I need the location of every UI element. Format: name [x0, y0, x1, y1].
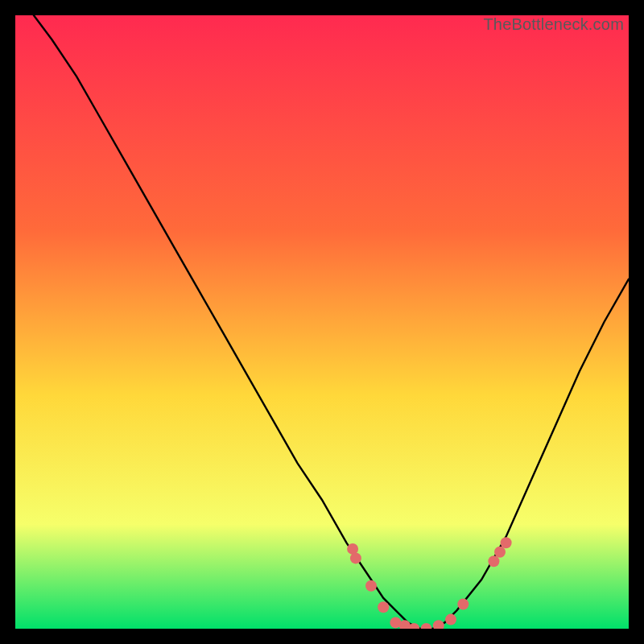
watermark-text: TheBottleneck.com — [483, 15, 624, 34]
data-point-marker — [501, 537, 512, 548]
data-point-marker — [445, 614, 456, 625]
data-point-marker — [488, 555, 499, 567]
data-point-marker — [365, 580, 377, 592]
gradient-background — [15, 15, 629, 629]
plot-frame: TheBottleneck.com — [15, 15, 629, 629]
data-point-marker — [378, 601, 389, 613]
data-point-marker — [457, 599, 469, 610]
data-point-marker — [350, 552, 361, 564]
bottleneck-chart — [15, 15, 629, 629]
data-point-marker — [494, 547, 506, 558]
